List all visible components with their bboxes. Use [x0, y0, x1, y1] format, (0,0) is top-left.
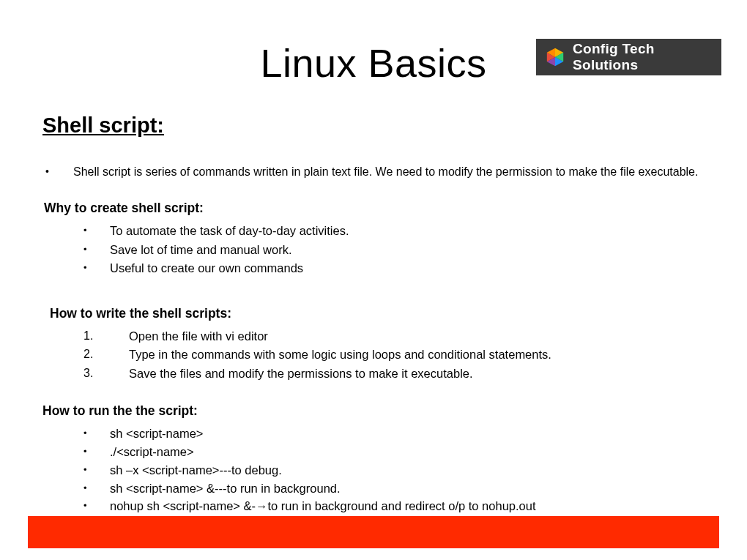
- list-item: 2.Type in the commands with some logic u…: [83, 346, 718, 365]
- logo-badge: Config Tech Solutions: [536, 39, 721, 75]
- howrun-heading: How to run the the script:: [42, 403, 718, 419]
- footer-bar: [28, 516, 719, 548]
- section-heading: Shell script:: [42, 113, 718, 138]
- item-text: Open the file with vi editor: [129, 327, 268, 346]
- number-marker: 1.: [83, 327, 129, 346]
- item-text: sh <script-name>: [110, 425, 203, 443]
- item-text: Save the files and modify the permission…: [129, 365, 473, 384]
- bullet-icon: •: [83, 461, 110, 477]
- item-text: sh <script-name> &---to run in backgroun…: [110, 479, 341, 498]
- howwrite-heading: How to write the shell scripts:: [50, 306, 718, 321]
- number-marker: 2.: [83, 346, 129, 364]
- bullet-icon: •: [83, 259, 110, 275]
- item-text: sh –x <script-name>---to debug.: [110, 461, 282, 479]
- bullet-icon: •: [83, 222, 110, 238]
- intro-bullet: • Shell script is series of commands wri…: [42, 165, 718, 179]
- logo-text: Config Tech Solutions: [573, 41, 721, 73]
- item-text: Save lot of time and manual work.: [110, 241, 292, 260]
- list-item: •nohup sh <script-name> &-→to run in bac…: [83, 497, 718, 515]
- list-item: •sh –x <script-name>---to debug.: [83, 461, 718, 479]
- why-list: •To automate the task of day-to-day acti…: [83, 222, 718, 278]
- intro-text: Shell script is series of commands writt…: [73, 165, 698, 179]
- bullet-icon: •: [83, 425, 110, 441]
- list-item: 1.Open the file with vi editor: [83, 327, 718, 346]
- list-item: •Useful to create our own commands: [83, 259, 718, 278]
- number-marker: 3.: [83, 365, 129, 383]
- list-item: •To automate the task of day-to-day acti…: [83, 222, 718, 241]
- why-heading: Why to create shell script:: [44, 201, 718, 216]
- howwrite-list: 1.Open the file with vi editor 2.Type in…: [83, 327, 718, 384]
- bullet-icon: •: [83, 443, 110, 459]
- item-text: nohup sh <script-name> &-→to run in back…: [110, 497, 536, 515]
- bullet-icon: •: [83, 497, 110, 513]
- list-item: 3.Save the files and modify the permissi…: [83, 365, 718, 384]
- list-item: •./<script-name>: [83, 443, 718, 461]
- howrun-list: •sh <script-name> •./<script-name> •sh –…: [83, 425, 718, 515]
- page-title: Linux Basics: [260, 41, 486, 85]
- bullet-icon: •: [83, 479, 110, 496]
- logo-hex-icon: [545, 47, 565, 67]
- item-text: To automate the task of day-to-day activ…: [110, 222, 349, 241]
- item-text: Useful to create our own commands: [110, 259, 303, 278]
- list-item: •Save lot of time and manual work.: [83, 241, 718, 260]
- list-item: •sh <script-name>: [83, 425, 718, 443]
- item-text: Type in the commands with some logic usi…: [129, 346, 551, 365]
- list-item: •sh <script-name> &---to run in backgrou…: [83, 479, 718, 498]
- bullet-icon: •: [83, 241, 110, 257]
- bullet-icon: •: [42, 165, 73, 177]
- slide-content: Shell script: • Shell script is series o…: [42, 113, 718, 515]
- item-text: ./<script-name>: [110, 443, 194, 461]
